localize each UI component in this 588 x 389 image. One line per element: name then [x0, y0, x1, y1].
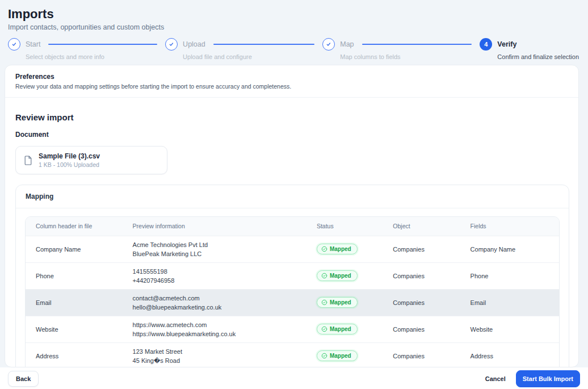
status-badge-label: Mapped: [330, 299, 351, 306]
column-header-preview: Preview information: [127, 217, 311, 236]
row-preview-cell: 1415555198 +44207946958: [127, 262, 311, 289]
step-sublabel-start: Select objects and more info: [26, 53, 165, 60]
status-badge-label: Mapped: [330, 326, 351, 332]
row-status-cell: Mapped: [311, 316, 387, 342]
mapping-section: Mapping Column header in file Preview in…: [15, 185, 569, 367]
step-sublabel-map: Map columns to fields: [340, 53, 480, 60]
status-badge: Mapped: [317, 350, 358, 361]
preferences-section: Preferences Review your data and mapping…: [5, 65, 578, 98]
document-label: Document: [15, 131, 568, 139]
row-object-cell: Companies: [387, 342, 464, 367]
row-preview-cell: 123 Market Street 45 King�s Road: [127, 342, 311, 367]
column-header-file: Column header in file: [26, 217, 127, 236]
step-label-map: Map: [340, 40, 354, 48]
stepper: Start Select objects and more info Uploa…: [0, 38, 588, 60]
row-header-cell: Company Name: [26, 236, 127, 262]
status-badge: Mapped: [317, 270, 358, 281]
step-number-badge: 4: [480, 38, 492, 51]
preview-line: contact@acmetech.com: [133, 294, 305, 303]
step-connector: [48, 44, 157, 45]
row-preview-cell: https://www.acmetech.com https://www.blu…: [127, 316, 311, 342]
file-icon: [24, 155, 32, 166]
row-status-cell: Mapped: [311, 342, 387, 367]
preview-line: 123 Market Street: [133, 347, 305, 356]
preview-line: Acme Technologies Pvt Ltd: [133, 240, 305, 249]
column-header-object: Object: [387, 217, 464, 236]
mapping-row-company-name[interactable]: Company Name Acme Technologies Pvt Ltd B…: [26, 236, 559, 262]
step-connector: [362, 44, 472, 45]
mapping-title: Mapping: [16, 185, 569, 208]
row-object-cell: Companies: [387, 316, 464, 342]
mapping-row-email[interactable]: Email contact@acmetech.com hello@bluepea…: [26, 289, 559, 316]
check-circle-icon: [321, 326, 327, 332]
page-subtitle: Import contacts, opportunities and custo…: [8, 23, 579, 31]
start-bulk-import-button[interactable]: Start Bulk Import: [516, 370, 580, 387]
check-circle-icon: [321, 353, 327, 359]
uploaded-file-card[interactable]: Sample File (3).csv 1 KB - 100% Uploaded: [15, 146, 167, 174]
row-field-cell: Email: [465, 289, 559, 316]
check-circle-icon: [321, 299, 327, 306]
file-name: Sample File (3).csv: [39, 152, 100, 160]
row-object-cell: Companies: [387, 236, 464, 262]
cancel-button[interactable]: Cancel: [480, 371, 511, 386]
status-badge: Mapped: [317, 244, 358, 254]
column-header-status: Status: [311, 217, 387, 236]
row-status-cell: Mapped: [311, 236, 387, 262]
preview-line: +44207946958: [133, 276, 305, 285]
back-button[interactable]: Back: [8, 371, 39, 387]
row-preview-cell: contact@acmetech.com hello@bluepeakmarke…: [127, 289, 311, 316]
row-header-cell: Email: [26, 289, 127, 316]
preview-line: 1415555198: [133, 267, 305, 276]
row-object-cell: Companies: [387, 262, 464, 289]
step-label-upload: Upload: [183, 40, 205, 48]
stepper-step-upload[interactable]: Upload Upload file and configure: [165, 38, 322, 60]
preferences-title: Preferences: [15, 73, 568, 81]
preview-line: https://www.acmetech.com: [133, 320, 305, 329]
preview-line: hello@bluepeakmarketing.co.uk: [133, 303, 305, 312]
mapping-row-address[interactable]: Address 123 Market Street 45 King�s Road…: [26, 342, 559, 367]
row-header-cell: Phone: [26, 262, 127, 289]
status-badge: Mapped: [317, 324, 358, 334]
mapping-table: Column header in file Preview informatio…: [25, 216, 560, 367]
preview-line: https://www.bluepeakmarketing.co.uk: [133, 329, 305, 338]
step-label-verify: Verify: [497, 40, 516, 48]
status-badge-label: Mapped: [330, 273, 351, 279]
row-status-cell: Mapped: [311, 289, 387, 316]
step-label-start: Start: [26, 40, 40, 48]
status-badge: Mapped: [317, 297, 358, 308]
page-header: Imports Import contacts, opportunities a…: [0, 0, 588, 31]
page-title: Imports: [8, 7, 579, 22]
row-field-cell: Company Name: [465, 236, 559, 262]
stepper-step-verify[interactable]: 4 Verify Confirm and finalize selection: [480, 38, 579, 60]
check-circle-icon: [8, 38, 20, 51]
mapping-row-phone[interactable]: Phone 1415555198 +44207946958 Mapped Com…: [26, 262, 559, 289]
preferences-description: Review your data and mapping settings be…: [15, 83, 568, 90]
mapping-table-header-row: Column header in file Preview informatio…: [26, 217, 559, 236]
status-badge-label: Mapped: [330, 246, 351, 252]
stepper-step-start[interactable]: Start Select objects and more info: [8, 38, 165, 60]
check-circle-icon: [321, 273, 327, 279]
check-circle-icon: [165, 38, 178, 51]
check-circle-icon: [321, 246, 327, 252]
row-preview-cell: Acme Technologies Pvt Ltd BluePeak Marke…: [127, 236, 311, 262]
row-status-cell: Mapped: [311, 262, 387, 289]
row-header-cell: Website: [26, 316, 127, 342]
verify-panel: Preferences Review your data and mapping…: [5, 65, 579, 367]
step-sublabel-verify: Confirm and finalize selection: [497, 53, 579, 60]
column-header-fields: Fields: [465, 217, 559, 236]
stepper-step-map[interactable]: Map Map columns to fields: [322, 38, 480, 60]
step-sublabel-upload: Upload file and configure: [183, 53, 322, 60]
status-badge-label: Mapped: [330, 353, 351, 359]
row-field-cell: Address: [465, 342, 559, 367]
row-field-cell: Website: [465, 316, 559, 342]
check-circle-icon: [322, 38, 335, 51]
wizard-footer: Back Cancel Start Bulk Import: [0, 367, 588, 389]
step-connector: [213, 44, 314, 45]
preview-line: BluePeak Marketing LLC: [133, 249, 305, 258]
preview-line: 45 King�s Road: [133, 356, 305, 365]
file-meta: 1 KB - 100% Uploaded: [39, 161, 100, 168]
row-header-cell: Address: [26, 342, 127, 367]
mapping-row-website[interactable]: Website https://www.acmetech.com https:/…: [26, 316, 559, 342]
row-field-cell: Phone: [465, 262, 559, 289]
review-import-title: Review import: [15, 112, 568, 122]
